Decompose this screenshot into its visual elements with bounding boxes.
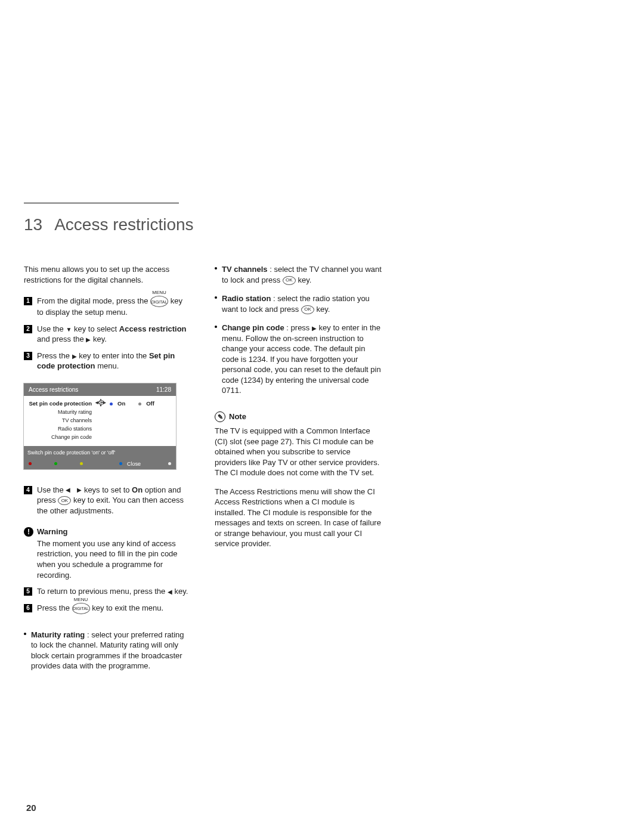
tv-time: 11:28 [156,386,171,394]
color-button-icon [29,462,32,465]
ok-key-icon: OK [58,496,71,505]
digital-key-icon: MENU DIGITAL [150,296,168,307]
arrow-left-icon: ◀ [66,486,70,494]
nav-cluster-icon: ▲▼ ◀▶ OK [94,398,107,409]
step-body: Use the ◀ ▶ keys to set to On option and… [37,485,191,516]
step-number-icon: 5 [24,587,32,596]
bullet-icon [215,267,217,270]
step-3: 3 Press the ▶ key to enter into the Set … [24,351,191,371]
bullet-icon [24,633,26,635]
tv-menu-item: TV channels [26,416,172,425]
tv-title-bar: Access restrictions 11:28 [24,383,176,397]
step-body: Press the ▶ key to enter into the Set pi… [37,351,191,371]
arrow-down-icon: ▼ [66,326,72,334]
color-button-icon [80,462,83,465]
color-button-icon [168,462,171,465]
tv-close-option: Close [117,460,141,467]
arrow-right-icon: ▶ [72,352,77,361]
tv-menu-item: Set pin code protection ▲▼ ◀▶ OK On Off [26,400,172,408]
step-4: 4 Use the ◀ ▶ keys to set to On option a… [24,485,191,516]
change-pin-bullet: Change pin code : press ▶ key to enter i… [215,323,382,396]
section-heading: 13 Access restrictions [24,215,620,234]
right-column: TV channels : select the TV channel you … [215,264,382,671]
content-columns: This menu allows you to set up the acces… [24,264,620,671]
section-title: Access restrictions [54,215,193,234]
step-body: To return to previous menu, press the ◀ … [37,586,191,597]
intro-text: This menu allows you to set up the acces… [24,264,191,285]
step-number-icon: 2 [24,325,32,333]
color-button-icon [119,462,122,465]
tv-menu-item: Maturity rating [26,408,172,416]
ok-key-icon: OK [301,305,314,314]
maturity-rating-bullet: Maturity rating : select your preferred … [24,630,191,671]
warning-icon: ! [24,527,33,537]
step-body: Press the MENU DIGITAL key to exit the m… [37,603,191,614]
bullet-icon [215,326,217,328]
manual-page: 13 Access restrictions This menu allows … [0,0,644,833]
warning-heading: ! Warning [24,527,191,537]
note-paragraph: The Access Restrictions menu will show t… [215,487,382,549]
arrow-right-icon: ▶ [312,324,317,333]
tv-help-bar: Switch pin code protection 'on' or 'off' [24,447,176,458]
option-dot-icon [138,402,141,405]
tv-channels-bullet: TV channels : select the TV channel you … [215,264,382,285]
color-button-icon [54,462,57,465]
step-number-icon: 1 [24,297,32,305]
bullet-icon [215,296,217,299]
note-heading: ✎ Note [215,411,382,422]
arrow-left-icon: ◀ [168,588,172,596]
left-column: This menu allows you to set up the acces… [24,264,191,671]
digital-key-icon: MENU DIGITAL [72,603,90,614]
warning-text: The moment you use any kind of access re… [24,538,191,580]
tv-title: Access restrictions [29,386,78,394]
page-number: 20 [26,803,36,813]
step-body: Use the ▼ key to select Access restricti… [37,324,191,345]
step-number-icon: 3 [24,352,32,360]
step-number-icon: 6 [24,604,32,612]
section-rule [24,203,179,203]
tv-menu-item: Change pin code [26,433,172,441]
step-number-icon: 4 [24,486,32,494]
step-1: 1 From the digital mode, press the MENU … [24,296,191,318]
note-paragraph: The TV is equipped with a Common Interfa… [215,426,382,478]
tv-screen-illustration: Access restrictions 11:28 Set pin code p… [24,383,176,469]
option-dot-icon [110,402,113,405]
arrow-right-icon: ▶ [86,336,91,344]
tv-footer-bar: Close [24,459,176,469]
note-icon: ✎ [215,411,225,422]
tv-body: Set pin code protection ▲▼ ◀▶ OK On Off [24,396,176,447]
section-number: 13 [24,215,42,234]
radio-station-bullet: Radio station : select the radio station… [215,293,382,314]
ok-key-icon: OK [283,276,296,285]
tv-menu-item: Radio stations [26,425,172,433]
step-5: 5 To return to previous menu, press the … [24,586,191,597]
step-6: 6 Press the MENU DIGITAL key to exit the… [24,603,191,614]
step-2: 2 Use the ▼ key to select Access restric… [24,324,191,345]
arrow-right-icon: ▶ [77,486,82,494]
step-body: From the digital mode, press the MENU DI… [37,296,191,318]
